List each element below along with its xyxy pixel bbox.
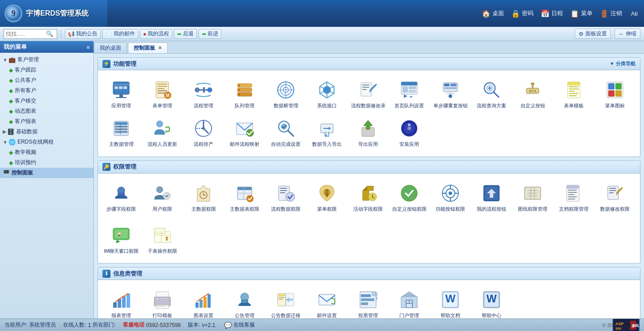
panel-settings-btn[interactable]: ⚙ 面板设置 (575, 29, 611, 39)
my-mail-btn[interactable]: ✉️ 我的邮件 (102, 29, 138, 39)
icon-system-interface[interactable]: 系统接口 (307, 76, 347, 112)
sidebar-item-customer-track[interactable]: ◆ 客户跟踪 (5, 65, 93, 75)
icon-menu-perm[interactable]: 菜单权限 (307, 179, 347, 216)
control-panel-icon: 🖥️ (3, 170, 10, 176)
icon-custom-btn-perm[interactable]: 自定义按钮权限 (390, 179, 429, 216)
help-center-label: 帮助中心 (482, 312, 501, 318)
sidebar-item-public-customer[interactable]: ◆ 公共客户 (5, 75, 93, 85)
icon-vote-mgmt[interactable]: 55% 75% 投票管理 (348, 285, 388, 318)
icon-databridge-mgmt[interactable]: 数据桥管理 (266, 76, 305, 112)
sidebar-item-control-panel[interactable]: 🖥️ 控制面板 (0, 168, 93, 178)
icon-flow-query[interactable]: 流程查询方案 (472, 76, 511, 112)
sidebar-item-dynamic-chart[interactable]: ◆ 动态图表 (5, 106, 93, 116)
search-input[interactable] (6, 31, 46, 37)
icon-master-table-perm[interactable]: 主数据表权限 (225, 179, 264, 216)
svg-line-35 (330, 86, 334, 88)
panel-content[interactable]: ⚡ 功能管理 ▼ 分类导航 (94, 54, 644, 318)
online-service-item[interactable]: 💬 在线客服 (224, 321, 255, 329)
icon-queue-mgmt[interactable]: 队列管理 (225, 76, 264, 112)
icon-step-repeat-btn[interactable]: 单步骤重复按钮 (431, 76, 470, 112)
stretch-btn[interactable]: ↔ 伸缩 (614, 29, 640, 39)
data-edit-perm-label: 数据修改权限 (600, 206, 630, 212)
sidebar-item-customer-transfer[interactable]: ◆ 客户移交 (5, 96, 93, 106)
sidebar-collapse-btn[interactable]: « (86, 43, 90, 51)
icon-flow-person-update[interactable]: 流程人员更新 (143, 114, 182, 151)
search-icon[interactable]: 🔍 (46, 30, 53, 37)
search-box[interactable]: 🔍 (4, 29, 57, 39)
icon-custom-btn[interactable]: BTN 自定义按钮 (513, 76, 552, 112)
statusbar: 当前用户: 系统管理员 在线人数: 1 所在部门: 客服电话 0592-5337… (0, 318, 644, 331)
nav-logout[interactable]: 🚪 注销 (600, 9, 622, 18)
icon-flow-sort[interactable]: 流程排产 (184, 114, 223, 151)
svg-rect-42 (362, 87, 369, 88)
icon-auto-complete[interactable]: 自动完成设置 (266, 114, 305, 151)
svg-rect-164 (208, 294, 211, 308)
icon-doc-perm[interactable]: 文档权限管理 (554, 179, 593, 216)
customer-mgmt-icon: 💼 (8, 56, 16, 63)
icon-help-doc[interactable]: W 帮助文档 (431, 285, 470, 318)
icon-homepage-queue[interactable]: 首页队列设置 (390, 76, 429, 112)
icon-master-data-perm[interactable]: 主数据权限 (184, 179, 223, 216)
icon-flow-data-perm[interactable]: 流程数据权限 (266, 179, 305, 216)
icon-active-field-perm[interactable]: 活动字段权限 (348, 179, 388, 216)
icon-mail-settings[interactable]: 邮件设置 (307, 285, 347, 318)
sidebar-item-basic-data[interactable]: ▶ 🗄️ 基础数据 (0, 127, 93, 137)
svg-rect-151 (113, 302, 117, 308)
my-flow-btn[interactable]: ● 我的流程 (140, 29, 172, 39)
tab-close-btn[interactable]: ✕ (158, 45, 162, 51)
form-template-label: 表单模板 (564, 102, 584, 109)
icon-data-import-export[interactable]: 数据导入导出 (307, 114, 347, 151)
report-mgmt-img (110, 289, 132, 310)
sidebar-item-teaching-video[interactable]: ◆ 教学视频 (5, 147, 93, 157)
icon-notice-data-migrate[interactable]: 公告数据迁移 (266, 285, 305, 318)
icon-my-flow-btn[interactable]: 我的流程按钮 (472, 179, 511, 216)
icon-flow-data-edit[interactable]: 流程数据修改录 (348, 76, 388, 112)
icon-app-mgmt[interactable]: 应用管理 (102, 76, 141, 112)
icon-menu-icon[interactable]: 菜单图标 (595, 76, 635, 112)
nav-home[interactable]: 🏠 桌面 (482, 9, 504, 18)
forward-btn[interactable]: ➡ 前进 (199, 29, 221, 39)
hotline-item[interactable]: 客服电话 0592-5337598 (123, 321, 181, 329)
icon-print-template[interactable]: 打印模板 (143, 285, 182, 318)
func-btn-perm-label: 功能按钮权限 (436, 206, 465, 212)
sidebar-item-erds-online[interactable]: ▼ 🌐 ERDS在线网校 (0, 137, 93, 147)
nav-calendar[interactable]: 📅 日程 (541, 9, 563, 18)
icon-im-window-perm[interactable]: IM聊天窗口权限 (102, 221, 141, 258)
section-nav-link[interactable]: ▼ 分类导航 (610, 60, 636, 67)
sidebar-item-customer-mgmt[interactable]: ▼ 💼 客户管理 (0, 55, 93, 65)
icon-data-edit-perm[interactable]: 数据修改权限 (595, 179, 635, 216)
svg-rect-72 (608, 83, 614, 89)
icon-step-field-perm[interactable]: 步骤字段权限 (102, 179, 141, 216)
icon-func-btn-perm[interactable]: 功能按钮权限 (431, 179, 470, 216)
icon-help-center[interactable]: W 帮助中心 (472, 285, 511, 318)
print-template-img (152, 289, 173, 310)
icon-chart-settings[interactable]: 图表设置 (184, 285, 223, 318)
sidebar-item-customer-report[interactable]: ◆ 客户报表 (5, 116, 93, 127)
nav-menu[interactable]: 📋 菜单 (570, 9, 593, 18)
icon-drawing-perm[interactable]: 图纸权限管理 (513, 179, 552, 216)
icon-user-perm[interactable]: 用户权限 (143, 179, 182, 216)
my-notice-btn[interactable]: 📢 我的公告 (65, 29, 101, 39)
icon-master-data-mgmt[interactable]: 主数据管理 (102, 114, 141, 151)
icon-export-app[interactable]: 导出应用 (348, 114, 388, 151)
notice-icon: 📢 (68, 31, 75, 37)
sidebar-item-all-customer[interactable]: ◆ 所有客户 (5, 85, 93, 96)
tab-desktop[interactable]: 我的桌面 (94, 42, 127, 53)
icon-install-app[interactable]: 安装应用 (390, 114, 429, 151)
icon-portal-mgmt[interactable]: 门户管理 (390, 285, 429, 318)
portal-mgmt-label: 门户管理 (399, 312, 419, 318)
icon-subtable-perm[interactable]: 子表操作权限 (143, 221, 182, 258)
back-btn[interactable]: ⬅ 后退 (174, 29, 197, 39)
databridge-label: 数据桥管理 (274, 102, 298, 109)
icon-flow-mgmt[interactable]: 流程管理 (184, 76, 223, 112)
nav-password[interactable]: 🔒 密码 (511, 9, 534, 18)
icon-form-mgmt[interactable]: M 表单管理 (143, 76, 182, 112)
tab-control-panel[interactable]: 控制面板 ✕ (128, 42, 168, 53)
icon-form-template[interactable]: 表单模板 (554, 76, 593, 112)
sidebar-item-training-appt[interactable]: ◆ 培训预约 (5, 157, 93, 168)
icon-notice-mgmt[interactable]: 公告管理 (225, 285, 264, 318)
icon-report-mgmt[interactable]: 报表管理 (102, 285, 141, 318)
svg-rect-68 (569, 91, 575, 92)
public-customer-icon: ◆ (9, 77, 13, 84)
icon-mail-flow-map[interactable]: 邮件流程映射 (225, 114, 264, 151)
